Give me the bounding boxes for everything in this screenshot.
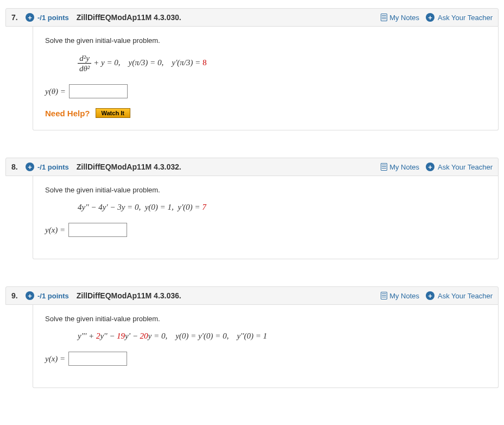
ask-teacher-label: Ask Your Teacher — [438, 292, 493, 300]
ask-teacher-link[interactable]: + Ask Your Teacher — [426, 13, 493, 22]
my-notes-link[interactable]: My Notes — [381, 14, 419, 22]
expand-icon[interactable]: + — [26, 162, 34, 171]
expand-icon[interactable]: + — [26, 291, 34, 300]
points-label: -/1 points — [37, 163, 69, 171]
my-notes-link[interactable]: My Notes — [381, 163, 419, 171]
question-ref: ZillDiffEQModAp11M 4.3.032. — [77, 162, 181, 171]
question-number: 9. — [11, 291, 21, 300]
question-7: 7. + -/1 points ZillDiffEQModAp11M 4.3.0… — [5, 8, 499, 130]
points-label: -/1 points — [37, 14, 69, 22]
answer-row: y(x) = — [45, 352, 486, 366]
my-notes-label: My Notes — [389, 14, 419, 22]
notes-icon — [381, 14, 387, 21]
ask-teacher-label: Ask Your Teacher — [438, 163, 493, 171]
question-header: 9. + -/1 points ZillDiffEQModAp11M 4.3.0… — [5, 286, 499, 305]
question-prompt: Solve the given initial-value problem. — [45, 36, 486, 45]
notes-icon — [381, 163, 387, 171]
ask-teacher-label: Ask Your Teacher — [438, 14, 493, 22]
answer-input[interactable] — [69, 84, 128, 98]
answer-input[interactable] — [68, 352, 127, 366]
need-help-label: Need Help? — [45, 109, 90, 118]
question-number: 7. — [11, 13, 21, 22]
expand-icon[interactable]: + — [26, 13, 34, 22]
question-header: 7. + -/1 points ZillDiffEQModAp11M 4.3.0… — [5, 8, 499, 27]
ask-teacher-link[interactable]: + Ask Your Teacher — [426, 162, 493, 171]
points-label: -/1 points — [37, 292, 69, 300]
question-number: 8. — [11, 162, 21, 171]
ask-teacher-link[interactable]: + Ask Your Teacher — [426, 291, 493, 300]
answer-label: y(x) = — [45, 226, 65, 235]
question-8: 8. + -/1 points ZillDiffEQModAp11M 4.3.0… — [5, 158, 499, 259]
question-ref: ZillDiffEQModAp11M 4.3.030. — [77, 13, 181, 22]
plus-icon: + — [426, 13, 434, 22]
question-prompt: Solve the given initial-value problem. — [45, 186, 486, 194]
question-9: 9. + -/1 points ZillDiffEQModAp11M 4.3.0… — [5, 286, 499, 388]
question-ref: ZillDiffEQModAp11M 4.3.036. — [77, 291, 181, 300]
equation: d²y dθ² + y = 0, y(π/3) = 0, y'(π/3) = 8 — [78, 53, 486, 73]
question-body: Solve the given initial-value problem. y… — [33, 305, 499, 388]
question-body: Solve the given initial-value problem. d… — [33, 27, 499, 130]
question-body: Solve the given initial-value problem. 4… — [33, 176, 499, 259]
question-header: 8. + -/1 points ZillDiffEQModAp11M 4.3.0… — [5, 158, 499, 176]
my-notes-label: My Notes — [389, 163, 419, 171]
notes-icon — [381, 292, 387, 299]
equation: y''' + 2y'' − 19y' − 20y = 0, y(0) = y'(… — [78, 332, 486, 341]
need-help-row: Need Help? Watch It — [45, 108, 486, 118]
answer-label: y(x) = — [45, 354, 65, 364]
watch-it-button[interactable]: Watch It — [96, 108, 130, 118]
plus-icon: + — [426, 291, 434, 300]
answer-label: y(θ) = — [45, 87, 66, 96]
answer-row: y(x) = — [45, 223, 486, 237]
plus-icon: + — [426, 162, 434, 171]
my-notes-label: My Notes — [389, 292, 419, 300]
my-notes-link[interactable]: My Notes — [381, 292, 419, 300]
answer-input[interactable] — [68, 223, 127, 237]
answer-row: y(θ) = — [45, 84, 486, 98]
question-prompt: Solve the given initial-value problem. — [45, 315, 486, 323]
equation: 4y'' − 4y' − 3y = 0, y(0) = 1, y'(0) = 7 — [78, 203, 486, 212]
